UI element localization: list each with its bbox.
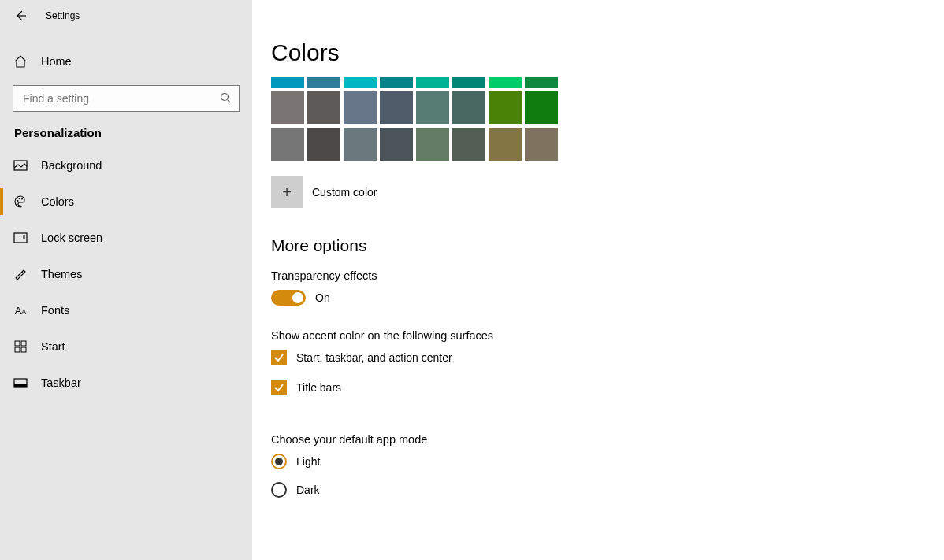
search-input-container[interactable] xyxy=(13,85,240,112)
picture-icon xyxy=(13,160,28,171)
sidebar-item-label: Background xyxy=(41,159,102,172)
color-swatch[interactable] xyxy=(416,128,449,161)
color-swatch[interactable] xyxy=(416,91,449,124)
sidebar-item-label: Home xyxy=(41,55,72,68)
svg-rect-8 xyxy=(15,347,20,352)
svg-point-4 xyxy=(21,198,23,200)
color-swatch[interactable] xyxy=(525,91,558,124)
sidebar-item-label: Taskbar xyxy=(41,376,81,389)
color-swatch[interactable] xyxy=(489,77,522,88)
sidebar-item-start[interactable]: Start xyxy=(0,328,252,365)
svg-rect-11 xyxy=(14,384,27,387)
color-swatch[interactable] xyxy=(452,77,485,88)
search-input[interactable] xyxy=(21,91,220,106)
sidebar-item-background[interactable]: Background xyxy=(0,147,252,184)
checkbox-title-bars[interactable]: Title bars xyxy=(271,380,944,395)
color-swatch[interactable] xyxy=(344,91,377,124)
more-options-heading: More options xyxy=(271,236,944,255)
sidebar: Settings Home Personalization B xyxy=(0,0,252,560)
start-icon xyxy=(13,340,28,353)
svg-point-3 xyxy=(19,198,20,199)
color-swatch[interactable] xyxy=(452,91,485,124)
svg-rect-9 xyxy=(21,347,26,352)
color-swatch[interactable] xyxy=(489,128,522,161)
settings-window: Settings Home Personalization B xyxy=(0,0,944,560)
window-title: Settings xyxy=(46,10,80,21)
radio-dark[interactable]: Dark xyxy=(271,482,944,498)
color-swatch[interactable] xyxy=(271,128,304,161)
plus-icon: + xyxy=(271,176,303,208)
sidebar-item-taskbar[interactable]: Taskbar xyxy=(0,365,252,401)
lockscreen-icon xyxy=(13,232,28,243)
color-swatch[interactable] xyxy=(380,128,413,161)
home-icon xyxy=(13,54,28,69)
page-title: Colors xyxy=(271,39,944,66)
color-swatch[interactable] xyxy=(344,77,377,88)
radio-label: Dark xyxy=(296,484,320,496)
main-content: Colors + Custom color More options Trans… xyxy=(252,0,944,560)
checkbox-start-taskbar-action-center[interactable]: Start, taskbar, and action center xyxy=(271,350,944,365)
radio-icon xyxy=(271,482,287,498)
color-swatch[interactable] xyxy=(525,128,558,161)
color-swatch[interactable] xyxy=(525,77,558,88)
sidebar-item-fonts[interactable]: AA Fonts xyxy=(0,292,252,328)
custom-color-label: Custom color xyxy=(312,186,377,198)
color-swatch[interactable] xyxy=(489,91,522,124)
sidebar-item-themes[interactable]: Themes xyxy=(0,256,252,292)
sidebar-item-label: Colors xyxy=(41,195,74,208)
search-icon xyxy=(220,92,231,106)
radio-label: Light xyxy=(296,455,320,468)
custom-color-button[interactable]: + Custom color xyxy=(271,176,377,208)
checkbox-label: Title bars xyxy=(296,381,341,394)
color-swatch[interactable] xyxy=(307,91,340,124)
app-mode-label: Choose your default app mode xyxy=(271,433,944,446)
sidebar-nav-group: Background Colors Lock screen Themes xyxy=(0,147,252,401)
taskbar-icon xyxy=(13,378,28,388)
back-button[interactable] xyxy=(14,9,27,22)
svg-point-0 xyxy=(221,93,229,100)
transparency-state: On xyxy=(315,291,330,304)
color-swatch[interactable] xyxy=(344,128,377,161)
sidebar-item-colors[interactable]: Colors xyxy=(0,184,252,220)
radio-icon xyxy=(271,454,287,469)
titlebar: Settings xyxy=(0,0,252,32)
themes-icon xyxy=(13,267,28,281)
radio-light[interactable]: Light xyxy=(271,454,944,469)
color-swatch[interactable] xyxy=(271,91,304,124)
checkbox-label: Start, taskbar, and action center xyxy=(296,351,452,364)
transparency-label: Transparency effects xyxy=(271,269,944,282)
color-swatch[interactable] xyxy=(416,77,449,88)
svg-rect-7 xyxy=(21,341,26,346)
svg-rect-1 xyxy=(14,161,27,170)
svg-rect-6 xyxy=(15,341,20,346)
color-swatch[interactable] xyxy=(452,128,485,161)
svg-point-2 xyxy=(17,200,19,202)
sidebar-item-home[interactable]: Home xyxy=(0,43,252,80)
sidebar-item-label: Lock screen xyxy=(41,232,102,244)
sidebar-section-caption: Personalization xyxy=(0,126,252,139)
color-swatch[interactable] xyxy=(380,77,413,88)
color-swatch[interactable] xyxy=(307,128,340,161)
color-swatch-grid xyxy=(271,77,558,161)
checkbox-icon xyxy=(271,380,287,395)
sidebar-item-label: Fonts xyxy=(41,304,69,317)
color-swatch[interactable] xyxy=(380,91,413,124)
sidebar-item-lockscreen[interactable]: Lock screen xyxy=(0,220,252,256)
transparency-toggle[interactable] xyxy=(271,290,306,306)
fonts-icon: AA xyxy=(13,305,28,317)
palette-icon xyxy=(13,195,28,209)
sidebar-item-label: Start xyxy=(41,340,65,353)
checkbox-icon xyxy=(271,350,287,365)
color-swatch[interactable] xyxy=(271,77,304,88)
accent-surfaces-label: Show accent color on the following surfa… xyxy=(271,329,944,342)
sidebar-item-label: Themes xyxy=(41,268,82,280)
color-swatch[interactable] xyxy=(307,77,340,88)
